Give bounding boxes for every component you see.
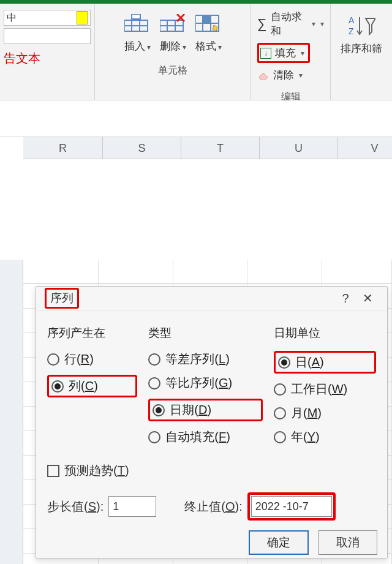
dialog-help-button[interactable]: ? bbox=[334, 291, 356, 306]
formula-bar[interactable] bbox=[0, 100, 392, 137]
cells-group-label: 单元格 bbox=[158, 64, 187, 77]
style-input[interactable]: 中 bbox=[4, 10, 91, 26]
col-head-T[interactable]: T bbox=[181, 137, 260, 159]
format-button[interactable]: 格式▾ bbox=[194, 11, 222, 53]
fill-button[interactable]: ↓ 填充 ▾ bbox=[257, 43, 310, 63]
dialog-title: 序列 bbox=[45, 288, 79, 309]
dialog-footer: 确定 取消 bbox=[36, 527, 387, 558]
checkbox-icon bbox=[47, 465, 59, 477]
radio-weekday[interactable]: 工作日(W) bbox=[274, 381, 376, 397]
series-in-label: 序列产生在 bbox=[47, 325, 137, 341]
row-headers bbox=[0, 260, 23, 564]
type-label: 类型 bbox=[148, 325, 263, 341]
step-input[interactable]: 1 bbox=[108, 496, 156, 517]
sort-icon: AZ bbox=[347, 15, 375, 38]
delete-label: 删除 bbox=[160, 40, 181, 52]
sigma-icon: ∑ bbox=[257, 16, 267, 32]
col-head-S[interactable]: S bbox=[103, 137, 181, 159]
autosum-button[interactable]: ∑ 自动求和 ▾ ▾ bbox=[257, 10, 324, 38]
radio-linear[interactable]: 等差序列(L) bbox=[148, 351, 263, 367]
cancel-button[interactable]: 取消 bbox=[318, 530, 377, 555]
style-input-value: 中 bbox=[7, 12, 17, 24]
radio-day[interactable]: 日(A) bbox=[278, 354, 368, 370]
stop-label: 终止值(O): bbox=[184, 498, 242, 515]
ribbon-edit-group: ∑ 自动求和 ▾ ▾ ↓ 填充 ▾ 清除 ▾ 编辑 bbox=[251, 4, 331, 100]
format-cells-icon bbox=[194, 11, 222, 36]
col-head-U[interactable]: U bbox=[260, 137, 338, 159]
warning-text: 告文本 bbox=[4, 50, 91, 67]
svg-rect-4 bbox=[132, 14, 140, 19]
svg-text:Z: Z bbox=[349, 26, 354, 36]
ribbon-left-panel: 中 告文本 bbox=[0, 4, 95, 100]
dialog-close-button[interactable]: ✕ bbox=[356, 291, 379, 306]
trend-checkbox[interactable]: 预测趋势(T) bbox=[47, 462, 376, 479]
clear-label: 清除 bbox=[273, 68, 294, 82]
svg-rect-13 bbox=[203, 15, 211, 23]
radio-growth[interactable]: 等比序列(G) bbox=[148, 375, 263, 391]
series-dialog: 序列 ? ✕ 序列产生在 行(R) 列(C) bbox=[36, 286, 388, 558]
radio-column[interactable]: 列(C) bbox=[51, 378, 129, 394]
sort-filter-button[interactable]: AZ 排序和筛 bbox=[341, 15, 382, 56]
svg-text:A: A bbox=[349, 15, 355, 25]
ribbon-cells-group: 插入▾ 删除▾ 格式▾ 单元格 bbox=[95, 4, 251, 100]
delete-button[interactable]: 删除▾ bbox=[159, 11, 187, 53]
col-head-R[interactable]: R bbox=[23, 137, 103, 159]
clear-button[interactable]: 清除 ▾ bbox=[257, 68, 303, 82]
stop-input[interactable]: 2022 -10-7 bbox=[251, 496, 332, 517]
ribbon: 中 告文本 插入▾ 删除▾ 格式▾ bbox=[0, 4, 392, 100]
col-head-V[interactable]: V bbox=[338, 137, 392, 159]
sort-label: 排序和筛 bbox=[341, 42, 382, 56]
step-label: 步长值(S): bbox=[47, 498, 104, 515]
fill-down-icon: ↓ bbox=[260, 48, 271, 59]
column-headers-row: R S T U V bbox=[23, 137, 392, 159]
ribbon-sort-group: AZ 排序和筛 bbox=[331, 4, 392, 100]
autosum-label: 自动求和 bbox=[271, 10, 307, 38]
highlight-swatch bbox=[77, 11, 88, 24]
eraser-icon bbox=[257, 71, 270, 80]
delete-cells-icon bbox=[159, 11, 187, 36]
radio-month[interactable]: 月(M) bbox=[274, 405, 376, 421]
dialog-header: 序列 ? ✕ bbox=[36, 287, 387, 310]
radio-row[interactable]: 行(R) bbox=[47, 351, 137, 367]
radio-autofill[interactable]: 自动填充(F) bbox=[148, 429, 263, 445]
insert-cells-icon bbox=[123, 11, 151, 36]
date-unit-label: 日期单位 bbox=[274, 325, 376, 341]
insert-label: 插入 bbox=[124, 40, 145, 52]
fill-label: 填充 bbox=[275, 46, 296, 60]
style-input-2[interactable] bbox=[4, 28, 91, 44]
radio-date[interactable]: 日期(D) bbox=[153, 402, 255, 418]
ok-button[interactable]: 确定 bbox=[249, 530, 309, 555]
format-label: 格式 bbox=[195, 40, 216, 52]
radio-year[interactable]: 年(Y) bbox=[274, 429, 376, 445]
insert-button[interactable]: 插入▾ bbox=[123, 11, 151, 53]
